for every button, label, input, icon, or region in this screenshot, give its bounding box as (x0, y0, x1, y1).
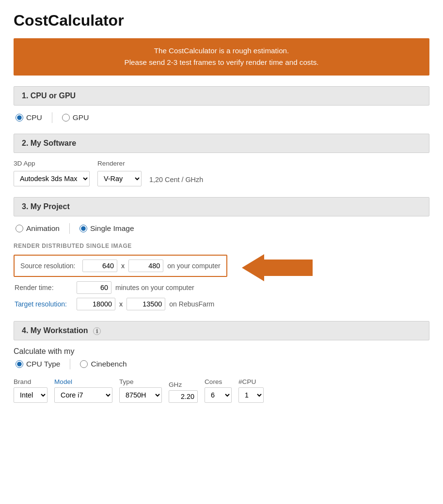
cpu-label: CPU (26, 113, 42, 122)
section2-header: 2. My Software (14, 134, 429, 153)
animation-radio[interactable] (16, 225, 23, 232)
cinebench-radio[interactable] (80, 360, 88, 368)
section4-header: 4. My Workstation ℹ (14, 321, 429, 341)
gpu-option[interactable]: GPU (62, 113, 89, 122)
render-label: Render time: (15, 284, 73, 291)
render-time-row: Render time: minutes on your computer (14, 281, 429, 294)
gpu-label: GPU (73, 113, 89, 122)
gpu-radio[interactable] (62, 114, 70, 122)
type-col: Type 8750H 9700K 10900K 12700K (119, 378, 162, 403)
single-image-label: Single Image (90, 224, 134, 233)
renderer-label: Renderer (97, 160, 142, 167)
source-resolution-row: Source resolution: x on your computer (14, 255, 227, 277)
cores-select[interactable]: 6 4 8 12 (205, 387, 232, 403)
cpu-count-label: #CPU (238, 378, 264, 385)
brand-col: Brand Intel AMD (14, 378, 47, 403)
cpu-type-radio[interactable] (16, 360, 23, 368)
arrow-container (242, 254, 313, 281)
arrow-shape (242, 254, 313, 281)
type-label: Type (119, 378, 162, 385)
page-title: CostCalculator (14, 12, 429, 30)
app-select[interactable]: Autodesk 3ds Max Blender Cinema 4D Maya … (14, 171, 90, 186)
render-suffix: minutes on your computer (115, 284, 194, 291)
brand-label: Brand (14, 378, 47, 385)
ghz-label: GHz (169, 381, 198, 388)
radio-divider3 (70, 359, 70, 369)
source-suffix: on your computer (167, 262, 221, 270)
cinebench-label: Cinebench (91, 360, 127, 368)
animation-label: Animation (26, 224, 60, 233)
model-label: Model (54, 378, 112, 385)
renderer-group: Renderer V-Ray Arnold Redshift Corona (97, 160, 142, 186)
banner-line1: The CostCalculator is a rough estimation… (23, 45, 420, 57)
cinebench-option[interactable]: Cinebench (80, 360, 127, 368)
cores-label: Cores (205, 378, 232, 385)
cores-col: Cores 6 4 8 12 (205, 378, 232, 403)
brand-row: Brand Intel AMD Model Core i7 Core i5 Co… (14, 378, 429, 403)
source-label: Source resolution: (20, 262, 79, 270)
sub-section-label: RENDER DISTRIBUTED SINGLE IMAGE (14, 243, 429, 249)
project-radio-group: Animation Single Image (14, 223, 429, 234)
animation-option[interactable]: Animation (16, 224, 60, 233)
target-y-input[interactable] (127, 298, 165, 310)
alert-banner: The CostCalculator is a rough estimation… (14, 38, 429, 76)
model-select[interactable]: Core i7 Core i5 Core i9 Xeon (54, 387, 112, 403)
workstation-radio-group: CPU Type Cinebench (14, 359, 429, 369)
x-label2: x (119, 300, 123, 308)
single-image-option[interactable]: Single Image (79, 224, 134, 233)
section-cpu-gpu: 1. CPU or GPU CPU GPU (14, 86, 429, 123)
section-project: 3. My Project Animation Single Image REN… (14, 197, 429, 310)
type-select[interactable]: 8750H 9700K 10900K 12700K (119, 387, 162, 403)
section-software: 2. My Software 3D App Autodesk 3ds Max B… (14, 134, 429, 186)
target-suffix: on RebusFarm (169, 300, 214, 308)
radio-divider (52, 112, 52, 123)
target-x-input[interactable] (77, 298, 115, 310)
ghz-col: GHz (169, 381, 198, 403)
section-workstation: 4. My Workstation ℹ Calculate with my CP… (14, 321, 429, 403)
cpu-radio[interactable] (16, 114, 23, 122)
cpu-type-option[interactable]: CPU Type (16, 360, 60, 368)
calc-with-label: Calculate with my (14, 347, 429, 356)
app-group: 3D App Autodesk 3ds Max Blender Cinema 4… (14, 160, 90, 186)
section4-title: 4. My Workstation (22, 326, 88, 335)
render-time-input[interactable] (77, 281, 111, 294)
section3-header: 3. My Project (14, 197, 429, 216)
source-x-input[interactable] (82, 260, 117, 272)
single-image-radio[interactable] (79, 225, 87, 232)
target-resolution-row: Target resolution: x on RebusFarm (14, 298, 429, 310)
arrow-body (264, 260, 313, 276)
ghz-input[interactable] (169, 390, 198, 403)
cpu-count-select[interactable]: 1 2 3 4 (238, 387, 264, 403)
source-resolution-wrapper: Source resolution: x on your computer (14, 254, 429, 281)
renderer-select[interactable]: V-Ray Arnold Redshift Corona (97, 171, 142, 186)
cpu-gpu-radio-group: CPU GPU (14, 112, 429, 123)
cpu-count-col: #CPU 1 2 3 4 (238, 378, 264, 403)
x-label1: x (121, 262, 125, 270)
app-label: 3D App (14, 160, 90, 167)
model-col: Model Core i7 Core i5 Core i9 Xeon (54, 378, 112, 403)
info-icon[interactable]: ℹ (93, 327, 101, 335)
radio-divider2 (69, 223, 70, 234)
arrow-head (242, 254, 264, 281)
section1-header: 1. CPU or GPU (14, 86, 429, 106)
banner-line2: Please send 2-3 test frames to verify re… (23, 57, 420, 68)
price-label: 1,20 Cent / GHzh (149, 176, 203, 186)
brand-select[interactable]: Intel AMD (14, 387, 47, 403)
calc-label-text: Calculate with my (14, 347, 74, 355)
source-y-input[interactable] (128, 260, 163, 272)
cpu-type-label: CPU Type (26, 360, 60, 368)
software-form-row: 3D App Autodesk 3ds Max Blender Cinema 4… (14, 160, 429, 186)
cpu-option[interactable]: CPU (16, 113, 42, 122)
target-label: Target resolution: (15, 300, 73, 308)
